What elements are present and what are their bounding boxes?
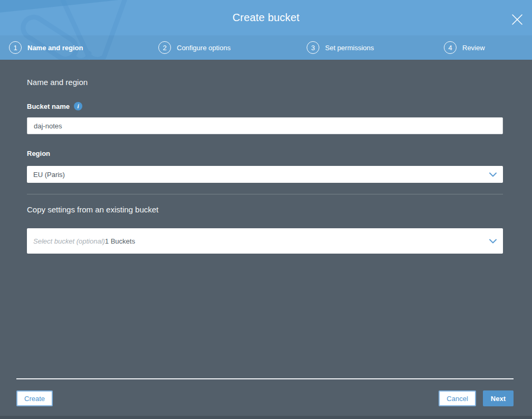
chevron-down-icon [489,239,497,244]
region-label-text: Region [27,150,50,157]
footer-buttons: Create Cancel Next [16,390,514,406]
create-button[interactable]: Create [16,390,53,406]
info-icon[interactable]: i [74,102,82,110]
region-select-value: EU (Paris) [33,171,65,179]
step-number: 1 [9,41,22,54]
close-icon[interactable] [511,13,524,26]
section-divider [27,194,503,194]
step-1[interactable]: 1Name and region [9,41,83,54]
bucket-name-label-text: Bucket name [27,103,70,110]
form-content: Name and region Bucket name i Region EU … [0,60,532,254]
step-number: 2 [158,41,171,54]
cancel-button[interactable]: Cancel [439,390,476,406]
step-number: 3 [307,41,319,54]
step-3[interactable]: 3Set permissions [307,41,374,54]
step-number: 4 [444,41,457,54]
copy-bucket-select[interactable]: Select bucket (optional)1 Buckets [27,228,503,254]
modal-header: Create bucket 1Name and region2Configure… [0,0,532,60]
region-label: Region [27,150,503,157]
section-title-copy-settings: Copy settings from an existing bucket [27,205,503,214]
bucket-count: 1 Buckets [105,237,135,245]
step-2[interactable]: 2Configure options [158,41,231,54]
bucket-name-input[interactable] [27,117,503,134]
footer-divider [16,378,514,379]
step-label: Set permissions [325,44,374,52]
title-row: Create bucket [0,0,532,35]
step-label: Name and region [27,44,83,52]
chevron-down-icon [489,172,497,177]
step-label: Configure options [177,44,231,52]
step-label: Review [462,44,485,52]
step-4[interactable]: 4Review [444,41,485,54]
copy-bucket-placeholder: Select bucket (optional) [33,237,105,245]
page-title: Create bucket [232,12,299,24]
create-bucket-modal: Create bucket 1Name and region2Configure… [0,0,532,419]
bucket-name-label: Bucket name i [27,102,503,110]
copy-bucket-select-text: Select bucket (optional)1 Buckets [33,236,135,246]
bottom-strip [0,416,532,419]
next-button[interactable]: Next [483,390,514,406]
section-title-name-and-region: Name and region [27,78,503,87]
modal-footer: Create Cancel Next [16,378,514,406]
steps-bar: 1Name and region2Configure options3Set p… [0,35,532,60]
region-select[interactable]: EU (Paris) [27,166,503,183]
